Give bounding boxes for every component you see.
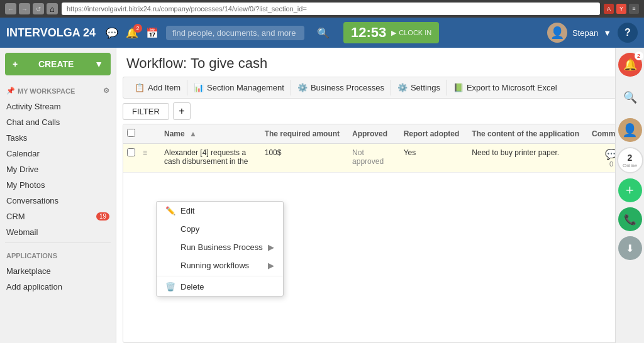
applications-section: APPLICATIONS	[0, 246, 116, 263]
forward-button[interactable]: →	[19, 3, 30, 14]
row-actions-cell[interactable]: ≡	[139, 144, 158, 173]
toolbar-business-processes[interactable]: ⚙️ Business Processes	[291, 80, 391, 95]
sidebar-item-calendar[interactable]: Calendar	[0, 146, 116, 161]
clock-in-btn[interactable]: ▶ CLOCK IN	[391, 29, 431, 37]
sidebar-crm-label: CRM	[6, 212, 25, 221]
avatar: 👤	[547, 23, 567, 43]
section-mgmt-icon: 📊	[194, 83, 204, 92]
search-icon[interactable]: 🔍	[317, 27, 330, 39]
notification-btn[interactable]: 🔔 2	[618, 53, 642, 77]
settings-icon[interactable]: ⚙	[103, 87, 109, 95]
sidebar-item-my-drive[interactable]: My Drive	[0, 161, 116, 177]
chat-icon-btn[interactable]: 💬	[106, 27, 118, 39]
add-filter-button[interactable]: +	[173, 102, 191, 120]
url-text: https://intervolgavirt.bitrix24.ru/compa…	[67, 5, 307, 13]
context-menu-copy[interactable]: Copy	[157, 220, 283, 238]
header-icons: 💬 🔔 2 📅 🔍 12:53 ▶ CLOCK IN	[106, 22, 547, 43]
toolbar-add-item[interactable]: 📋 Add Item	[128, 80, 187, 95]
toolbar-export-excel[interactable]: 📗 Export to Microsoft Excel	[447, 80, 564, 95]
th-content[interactable]: The content of the application	[465, 124, 586, 144]
sidebar-add-app-label: Add application	[6, 282, 62, 291]
row-checkbox[interactable]	[127, 148, 135, 156]
table-header: Name ▲ The required amount Approved Repo…	[123, 124, 637, 144]
notification-bell-btn[interactable]: 🔔 2	[126, 27, 138, 39]
sidebar-item-conversations[interactable]: Conversations	[0, 193, 116, 209]
toolbar: 📋 Add Item 📊 Section Management ⚙️ Busin…	[123, 77, 638, 99]
th-name[interactable]: Name ▲	[158, 124, 258, 144]
refresh-button[interactable]: ↺	[33, 3, 44, 14]
th-approved[interactable]: Approved	[346, 124, 397, 144]
user-section[interactable]: 👤 Stepan ▼	[547, 23, 611, 43]
sidebar-conversations-label: Conversations	[6, 196, 58, 205]
row-name-cell[interactable]: Alexander [4] requests a cash disburseme…	[158, 144, 258, 173]
delete-icon: 🗑️	[165, 282, 175, 291]
edit-label: Edit	[180, 206, 194, 215]
sidebar-item-chat-calls[interactable]: Chat and Calls	[0, 114, 116, 130]
back-button[interactable]: ←	[5, 3, 16, 14]
content-area: Workflow: To give cash 📋 Add Item 📊 Sect…	[116, 48, 644, 343]
download-btn[interactable]: ⬇	[618, 236, 642, 260]
row-report: Yes	[404, 148, 416, 157]
delete-label: Delete	[180, 282, 204, 291]
row-actions-icon[interactable]: ≡	[143, 148, 147, 157]
select-all-checkbox[interactable]	[127, 129, 135, 137]
phone-btn[interactable]: 📞	[618, 207, 642, 231]
sort-icon: ▲	[189, 129, 197, 138]
crm-badge: 19	[96, 212, 109, 220]
browser-menu-icon[interactable]: ≡	[629, 4, 639, 14]
context-menu-delete[interactable]: 🗑️ Delete	[157, 278, 283, 296]
section-mgmt-label: Section Management	[207, 83, 284, 92]
help-button[interactable]: ?	[618, 23, 638, 43]
browser-controls[interactable]: ← → ↺ ⌂	[5, 3, 58, 14]
browser-icons: A Y ≡	[604, 4, 639, 14]
settings-toolbar-icon: ⚙️	[397, 83, 408, 92]
create-button[interactable]: + CREATE ▼	[5, 53, 111, 75]
sidebar-item-activity-stream[interactable]: Activity Stream	[0, 99, 116, 114]
col-report-label: Report adopted	[404, 129, 460, 138]
online-count: 2	[628, 153, 633, 163]
table-row: ≡ Alexander [4] requests a cash disburse…	[123, 144, 637, 173]
sidebar-item-tasks[interactable]: Tasks	[0, 130, 116, 146]
excel-icon: 📗	[453, 83, 464, 92]
search-input[interactable]	[166, 26, 304, 40]
toolbar-section-management[interactable]: 📊 Section Management	[187, 80, 291, 95]
url-bar[interactable]: https://intervolgavirt.bitrix24.ru/compa…	[62, 3, 600, 15]
copy-label: Copy	[180, 224, 199, 234]
running-wf-arrow: ▶	[268, 261, 274, 270]
filter-button[interactable]: FILTER	[123, 103, 169, 120]
th-amount[interactable]: The required amount	[258, 124, 346, 144]
add-item-label: Add Item	[148, 83, 180, 92]
clock-in-label: CLOCK IN	[399, 29, 431, 36]
home-button[interactable]: ⌂	[47, 3, 58, 14]
context-menu-run-bp[interactable]: Run Business Process ▶	[157, 238, 283, 256]
add-action-btn[interactable]: +	[618, 178, 642, 202]
sidebar-item-marketplace[interactable]: Marketplace	[0, 263, 116, 279]
running-wf-label: Running workflows	[180, 261, 249, 270]
business-proc-icon: ⚙️	[297, 83, 308, 92]
sidebar-marketplace-label: Marketplace	[6, 266, 51, 276]
online-btn[interactable]: 2 Online	[617, 147, 643, 173]
row-amount-cell: 100$	[258, 144, 346, 173]
sidebar-item-my-photos[interactable]: My Photos	[0, 177, 116, 193]
edit-icon: ✏️	[165, 206, 175, 215]
toolbar-settings[interactable]: ⚙️ Settings	[391, 80, 447, 95]
sidebar-activity-label: Activity Stream	[6, 102, 61, 111]
calendar-icon-btn[interactable]: 📅	[146, 27, 158, 39]
context-menu-running-workflows[interactable]: Running workflows ▶	[157, 256, 283, 275]
main-layout: + CREATE ▼ 📌 MY WORKSPACE ⚙ Activity Str…	[0, 48, 644, 343]
sidebar-item-crm[interactable]: CRM 19	[0, 209, 116, 224]
th-report[interactable]: Report adopted	[397, 124, 466, 144]
row-content: Need to buy printer paper.	[472, 148, 559, 157]
sidebar-item-webmail[interactable]: Webmail	[0, 224, 116, 240]
online-label: Online	[623, 163, 637, 168]
context-menu-edit[interactable]: ✏️ Edit	[157, 202, 283, 220]
side-search-btn[interactable]: 🔍	[618, 85, 642, 109]
col-name-label: Name	[164, 129, 185, 138]
th-checkbox	[123, 124, 139, 144]
side-avatar-btn[interactable]: 👤	[618, 118, 642, 142]
create-label: CREATE	[38, 59, 74, 69]
user-name: Stepan	[572, 28, 598, 38]
sidebar-item-add-application[interactable]: Add application	[0, 279, 116, 295]
row-name: Alexander [4] requests a cash disburseme…	[164, 148, 248, 166]
sidebar: + CREATE ▼ 📌 MY WORKSPACE ⚙ Activity Str…	[0, 48, 116, 343]
